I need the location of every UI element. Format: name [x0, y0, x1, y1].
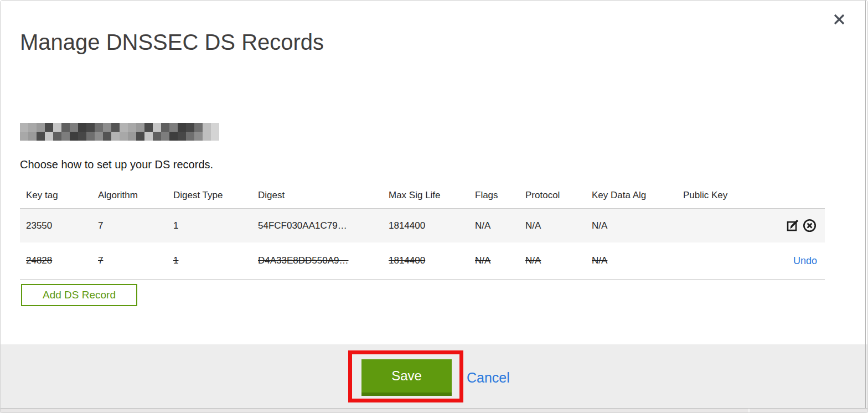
- cell-algorithm: 7: [92, 255, 167, 266]
- table-row: 24828 7 1 D4A33E8DD550A9… 1814400 N/A N/…: [20, 242, 825, 280]
- cell-digest: 54FCF030AA1C79…: [252, 220, 383, 231]
- edit-record-icon: [786, 218, 800, 233]
- column-header-protocol: Protocol: [519, 190, 586, 201]
- table-header-row: Key tag Algorithm Digest Type Digest Max…: [20, 183, 825, 208]
- cell-max-sig-life: 1814400: [383, 255, 469, 266]
- column-header-key-tag: Key tag: [20, 190, 92, 201]
- cell-flags: N/A: [469, 220, 519, 231]
- cell-algorithm: 7: [92, 220, 167, 231]
- delete-record-button[interactable]: [802, 218, 817, 233]
- modal-right-border: [865, 0, 866, 408]
- close-icon: [833, 13, 846, 26]
- row-actions: [781, 218, 825, 233]
- column-header-flags: Flags: [469, 190, 519, 201]
- page-bottom-strip: [0, 408, 868, 413]
- delete-record-icon: [802, 218, 817, 233]
- cell-key-tag: 24828: [20, 255, 92, 266]
- ds-records-table: Key tag Algorithm Digest Type Digest Max…: [20, 183, 825, 280]
- column-header-key-data-alg: Key Data Alg: [586, 190, 677, 201]
- edit-record-button[interactable]: [786, 218, 800, 233]
- page-bottom-divider: [748, 409, 750, 413]
- modal-footer: Save Cancel: [0, 344, 868, 408]
- cell-max-sig-life: 1814400: [383, 220, 469, 231]
- column-header-algorithm: Algorithm: [92, 190, 167, 201]
- cell-key-data-alg: N/A: [586, 220, 677, 231]
- cell-protocol: N/A: [519, 220, 586, 231]
- annotation-highlight-box: Save: [348, 350, 463, 402]
- cell-digest-type: 1: [167, 220, 252, 231]
- instruction-text: Choose how to set up your DS records.: [20, 158, 213, 171]
- table-row: 23550 7 1 54FCF030AA1C79… 1814400 N/A N/…: [20, 208, 825, 242]
- redacted-domain-name: [20, 123, 219, 141]
- cell-protocol: N/A: [519, 255, 586, 266]
- column-header-digest-type: Digest Type: [167, 190, 252, 201]
- cancel-link[interactable]: Cancel: [467, 370, 510, 386]
- cell-key-data-alg: N/A: [586, 255, 677, 266]
- close-button[interactable]: [831, 12, 848, 28]
- save-button[interactable]: Save: [361, 359, 452, 396]
- cell-digest: D4A33E8DD550A9…: [252, 255, 383, 266]
- row-actions: Undo: [781, 255, 825, 267]
- cell-flags: N/A: [469, 255, 519, 266]
- column-header-public-key: Public Key: [677, 190, 781, 201]
- page-title: Manage DNSSEC DS Records: [20, 30, 324, 55]
- cell-key-tag: 23550: [20, 220, 92, 231]
- undo-link[interactable]: Undo: [793, 255, 817, 267]
- cell-digest-type: 1: [167, 255, 252, 266]
- column-header-max-sig-life: Max Sig Life: [383, 190, 469, 201]
- column-header-digest: Digest: [252, 190, 383, 201]
- add-ds-record-button[interactable]: Add DS Record: [21, 284, 137, 306]
